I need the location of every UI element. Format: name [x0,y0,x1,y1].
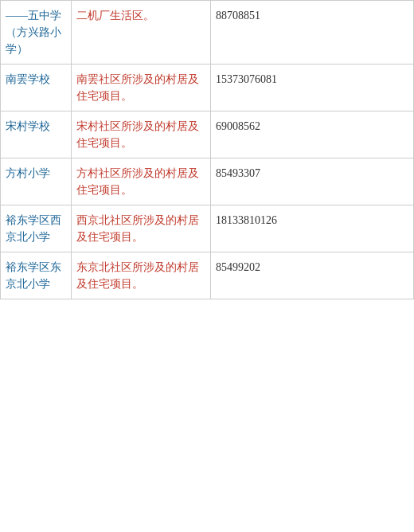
area-cell: 西京北社区所涉及的村居及住宅项目。 [72,205,211,252]
area-cell: 南罢社区所涉及的村居及住宅项目。 [72,65,211,111]
table-row: 裕东学区东京北小学东京北社区所涉及的村居及住宅项目。85499202 [0,252,414,299]
table-row: 裕东学区西京北小学西京北社区所涉及的村居及住宅项目。18133810126 [0,205,414,252]
area-cell: 东京北社区所涉及的村居及住宅项目。 [72,252,211,299]
phone-cell: 88708851 [211,1,414,64]
school-cell: ——五中学（方兴路小学） [0,1,72,64]
table-row: 方村小学方村社区所涉及的村居及住宅项目。85493307 [0,158,414,205]
main-table: ——五中学（方兴路小学）二机厂生活区。88708851南罢学校南罢社区所涉及的村… [0,0,414,299]
area-cell: 二机厂生活区。 [72,1,211,64]
area-cell: 方村社区所涉及的村居及住宅项目。 [72,158,211,205]
phone-cell: 18133810126 [211,205,414,252]
phone-cell: 85493307 [211,158,414,205]
school-cell: 裕东学区东京北小学 [0,252,72,299]
phone-cell: 15373076081 [211,65,414,111]
school-cell: 方村小学 [0,158,72,205]
school-cell: 宋村学校 [0,111,72,158]
school-cell: 南罢学校 [0,65,72,111]
school-cell: 裕东学区西京北小学 [0,205,72,252]
phone-cell: 85499202 [211,252,414,299]
table-row: 宋村学校宋村社区所涉及的村居及住宅项目。69008562 [0,111,414,158]
table-row: 南罢学校南罢社区所涉及的村居及住宅项目。15373076081 [0,65,414,111]
table-row: ——五中学（方兴路小学）二机厂生活区。88708851 [0,1,414,65]
phone-cell: 69008562 [211,111,414,158]
area-cell: 宋村社区所涉及的村居及住宅项目。 [72,111,211,158]
